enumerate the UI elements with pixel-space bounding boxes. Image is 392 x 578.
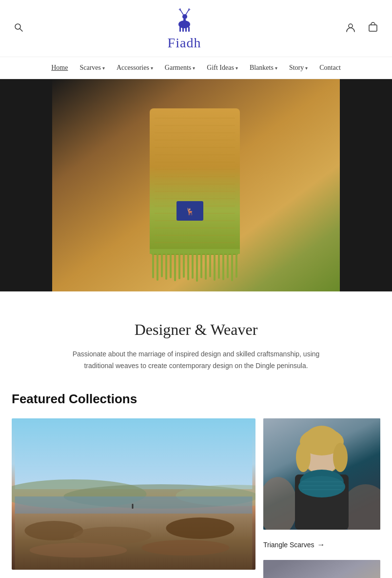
svg-rect-59: [231, 254, 233, 281]
chevron-down-icon: ▾: [305, 65, 308, 71]
svg-rect-16: [369, 25, 377, 31]
search-icon: [14, 22, 23, 32]
logo-text[interactable]: Fiadh: [168, 35, 201, 51]
nav-item-garments[interactable]: Garments ▾: [161, 62, 199, 74]
svg-rect-7: [185, 27, 187, 32]
svg-rect-55: [214, 254, 216, 281]
svg-point-15: [349, 24, 353, 28]
search-button[interactable]: [12, 21, 25, 37]
arrow-icon: →: [317, 540, 325, 549]
chevron-down-icon: ▾: [151, 65, 153, 71]
svg-rect-65: [15, 496, 253, 516]
svg-rect-42: [157, 254, 158, 281]
user-icon: [345, 22, 356, 33]
svg-rect-45: [170, 254, 172, 278]
svg-rect-56: [218, 254, 220, 279]
logo-deer-icon: [165, 6, 204, 35]
svg-rect-61: [15, 418, 253, 489]
svg-rect-49: [187, 254, 189, 280]
svg-point-68: [74, 527, 152, 544]
nav-item-home[interactable]: Home: [47, 62, 72, 74]
svg-point-83: [298, 476, 345, 497]
svg-point-0: [15, 24, 20, 29]
chevron-down-icon: ▾: [102, 65, 105, 71]
svg-point-70: [30, 543, 127, 557]
svg-rect-46: [174, 254, 176, 281]
svg-rect-43: [161, 254, 163, 277]
svg-rect-47: [178, 254, 180, 279]
svg-rect-44: [165, 254, 167, 280]
svg-rect-5: [179, 27, 181, 32]
svg-rect-6: [182, 27, 184, 32]
intro-description: Passionate about the marriage of inspire…: [64, 349, 328, 372]
svg-rect-60: [235, 254, 237, 278]
svg-rect-54: [209, 254, 211, 277]
login-button[interactable]: [343, 20, 358, 37]
svg-rect-53: [205, 254, 207, 280]
cart-icon: [368, 22, 378, 33]
svg-point-80: [333, 443, 348, 472]
svg-rect-87: [263, 560, 380, 578]
svg-rect-57: [222, 254, 224, 280]
hero-scarf-illustration: 🦌: [52, 79, 340, 291]
svg-rect-72: [132, 504, 134, 509]
intro-section: Designer & Weaver Passionate about the m…: [0, 291, 392, 392]
svg-rect-40: [150, 249, 240, 254]
nav-item-blankets[interactable]: Blankets ▾: [246, 62, 281, 74]
featured-heading: Featured Collections: [12, 392, 380, 407]
featured-section: Featured Collections: [0, 392, 392, 578]
featured-second-image[interactable]: [263, 560, 380, 578]
svg-text:🦌: 🦌: [186, 207, 195, 216]
svg-line-12: [186, 11, 188, 15]
svg-rect-48: [183, 254, 185, 278]
featured-landscape[interactable]: [12, 418, 255, 570]
second-collection-svg: [263, 560, 380, 578]
intro-heading: Designer & Weaver: [12, 321, 380, 339]
header: Fiadh: [0, 0, 392, 57]
nav-item-story[interactable]: Story ▾: [285, 62, 312, 74]
svg-rect-8: [188, 27, 190, 32]
nav-item-contact[interactable]: Contact: [315, 62, 345, 74]
svg-line-9: [181, 11, 183, 15]
svg-point-4: [182, 14, 187, 19]
svg-rect-50: [192, 254, 194, 279]
svg-rect-3: [183, 19, 186, 24]
svg-rect-41: [152, 254, 154, 278]
svg-point-69: [166, 517, 235, 539]
svg-rect-58: [227, 254, 229, 278]
featured-small-column: Triangle Scarves →: [263, 418, 380, 578]
svg-point-71: [142, 540, 230, 556]
cart-button[interactable]: [366, 20, 380, 37]
landscape-image: [12, 418, 255, 570]
hero-section: 🦌: [0, 79, 392, 291]
logo-container[interactable]: Fiadh: [165, 6, 204, 51]
svg-rect-19: [150, 108, 240, 255]
nav-item-gift-ideas[interactable]: Gift Ideas ▾: [203, 62, 242, 74]
hero-image: 🦌: [52, 79, 340, 291]
portrait-svg: [263, 418, 380, 530]
chevron-down-icon: ▾: [193, 65, 195, 71]
main-nav: Home Scarves ▾ Accessories ▾ Garments ▾ …: [0, 57, 392, 79]
featured-portrait-image[interactable]: [263, 418, 380, 530]
nav-item-scarves[interactable]: Scarves ▾: [76, 62, 109, 74]
featured-grid: Triangle Scarves →: [12, 418, 380, 578]
header-left: [12, 21, 25, 37]
nav-item-accessories[interactable]: Accessories ▾: [113, 62, 157, 74]
triangle-scarves-link[interactable]: Triangle Scarves →: [263, 537, 380, 552]
chevron-down-icon: ▾: [235, 65, 238, 71]
header-right: [343, 20, 380, 37]
svg-rect-52: [200, 254, 202, 278]
svg-point-67: [25, 521, 83, 540]
chevron-down-icon: ▾: [275, 65, 277, 71]
svg-rect-51: [196, 254, 198, 282]
svg-point-79: [296, 443, 311, 472]
svg-line-1: [20, 29, 22, 31]
triangle-scarves-label: Triangle Scarves: [263, 541, 314, 549]
